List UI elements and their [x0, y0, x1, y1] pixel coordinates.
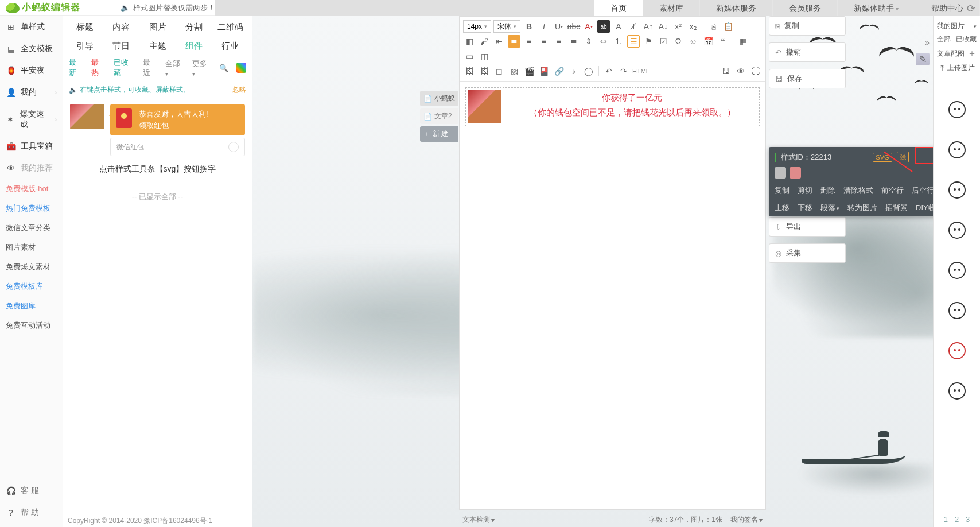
leftnav-item[interactable]: 🧰工具宝箱 [0, 135, 63, 157]
ctx-action[interactable]: 转为图片 [847, 203, 877, 213]
component-icon[interactable]: ◫ [478, 50, 491, 63]
underline-icon[interactable]: U▾ [553, 20, 565, 33]
leftnav-link[interactable]: 微信文章分类 [0, 218, 63, 238]
plus-icon[interactable]: ＋ [967, 48, 977, 60]
attachment-icon[interactable]: ◯ [582, 65, 595, 78]
list-ol-icon[interactable]: 1. [612, 35, 625, 48]
emoji-face-2[interactable] [948, 141, 966, 158]
leftnav-link[interactable]: 热门免费模板 [0, 199, 63, 218]
refresh-icon[interactable]: ⟳ [967, 2, 975, 15]
side-undo[interactable]: ↶撤销 [769, 42, 846, 62]
swatch-grey[interactable] [775, 167, 786, 179]
ctx-action[interactable]: 插背景 [885, 203, 908, 213]
leftnav-item[interactable]: 👤我的› [0, 82, 63, 103]
leftnav-link[interactable]: 免费互动活动 [0, 316, 63, 335]
align-left-icon[interactable]: ≡ [523, 35, 535, 48]
selected-style-block[interactable]: 你获得了一亿元 （你的钱包空间已不足，请把钱花光以后再来领取。） [465, 87, 760, 126]
format-brush-icon[interactable]: 🖌 [478, 35, 491, 48]
clear-format-icon[interactable]: T̸ [627, 20, 640, 33]
filter-item[interactable]: 更多 ▾ [192, 59, 211, 78]
ctx-action[interactable]: 下移 [798, 203, 812, 213]
leftnav-item[interactable]: ⊞单样式 [0, 16, 63, 38]
emoji-face-1[interactable] [948, 101, 966, 118]
image-icon[interactable]: 🖼 [463, 65, 476, 78]
align-right-icon[interactable]: ≡ [553, 35, 565, 48]
category-tab[interactable]: 二维码 [213, 22, 247, 33]
page-3[interactable]: 3 [966, 515, 970, 524]
leftnav-link[interactable]: 免费模板库 [0, 277, 63, 296]
link-icon[interactable]: 🔗 [553, 65, 565, 78]
rail-tab-fav[interactable]: 已收藏 [956, 34, 977, 44]
table-icon[interactable]: ▦ [737, 35, 749, 48]
undo-icon[interactable]: ↶ [602, 65, 615, 78]
leftnav-link[interactable]: 免费爆文素材 [0, 257, 63, 277]
filter-item[interactable]: 全部 ▾ [165, 59, 184, 78]
task-icon[interactable]: ☑ [657, 35, 670, 48]
ctx-action[interactable]: 段落▾ [820, 203, 839, 213]
side-export[interactable]: ⇩导出 [769, 217, 846, 237]
app-logo[interactable]: 小蚂蚁编辑器 [0, 2, 86, 14]
save-icon[interactable]: 🖫 [720, 65, 732, 78]
search-icon[interactable]: 🔍 [219, 64, 228, 72]
tip-ignore[interactable]: 忽略 [232, 85, 246, 95]
leftnav-item[interactable]: 👁我的推荐 [0, 157, 63, 179]
ctx-action[interactable]: 剪切 [798, 185, 812, 196]
leftnav-item[interactable]: 🏮平安夜 [0, 60, 63, 82]
page-1[interactable]: 1 [944, 515, 948, 524]
leftnav-item[interactable]: ▤全文模板 [0, 38, 63, 60]
emoji-icon[interactable]: ☺ [687, 35, 699, 48]
video-icon[interactable]: 🎬 [523, 65, 535, 78]
side-save[interactable]: 🖫保存 [769, 69, 846, 88]
redo-icon[interactable]: ↷ [617, 65, 630, 78]
page-2[interactable]: 2 [955, 515, 959, 524]
strike-icon[interactable]: abc [567, 20, 580, 33]
indent-inc-icon[interactable]: ≣ [508, 35, 520, 48]
ctx-action[interactable]: 复制 [775, 185, 790, 196]
rail-title[interactable]: 我的图片 [937, 21, 965, 31]
category-tab[interactable]: 组件 [177, 41, 211, 52]
ctx-action[interactable]: 清除格式 [843, 185, 873, 196]
doc-tab-1[interactable]: 📄 小蚂蚁 [420, 91, 458, 106]
rail-tab-article[interactable]: 文章配图 [937, 49, 965, 59]
sample-style[interactable]: 恭喜发财，大吉大利! 领取红包 微信红包 点击样式工具条【svg】按钮换字 [70, 104, 245, 175]
doc-text[interactable]: 你获得了一亿元 （你的钱包空间已不足，请把钱花光以后再来领取。） [507, 90, 757, 123]
list-ul-icon[interactable]: ☰ [627, 35, 640, 48]
audio-icon[interactable]: ♪ [567, 65, 580, 78]
nav-member[interactable]: 会员服务 [773, 0, 838, 16]
font-family-select[interactable]: 宋体▾ [493, 20, 520, 33]
emoji-face-6[interactable] [948, 302, 966, 319]
font-size-select[interactable]: 14px▾ [463, 20, 491, 33]
leftnav-foot-item[interactable]: 🎧客 服 [0, 480, 63, 502]
multi-image-icon[interactable]: 🖼 [478, 65, 491, 78]
emoji-face-4[interactable] [948, 222, 966, 239]
special-char-icon[interactable]: Ω [672, 35, 685, 48]
leftnav-link[interactable]: 免费模版-hot [0, 179, 63, 199]
bold-icon[interactable]: B [523, 20, 535, 33]
html-source-button[interactable]: HTML [632, 65, 650, 78]
align-center-icon[interactable]: ≡ [538, 35, 550, 48]
category-tab[interactable]: 内容 [104, 22, 138, 33]
category-tab[interactable]: 分割 [177, 22, 211, 33]
font-color-icon[interactable]: A▾ [582, 20, 595, 33]
magic-wand-icon[interactable]: ✎ [916, 53, 930, 65]
swatch-pink[interactable] [790, 167, 801, 179]
font-size-dec-icon[interactable]: A↓ [657, 20, 670, 33]
filter-item[interactable]: 最新 [69, 57, 83, 78]
editor-document[interactable]: 你获得了一亿元 （你的钱包空间已不足，请把钱花光以后再来领取。） [460, 82, 765, 509]
letter-spacing-icon[interactable]: ⇔ [597, 35, 610, 48]
date-icon[interactable]: 📅 [702, 35, 714, 48]
subscript-icon[interactable]: x₂ [687, 20, 699, 33]
signature-dropdown[interactable]: 我的签名 ▾ [730, 515, 763, 525]
background-icon[interactable]: ▨ [508, 65, 520, 78]
ctx-action[interactable]: 删除 [820, 185, 835, 196]
rail-tab-all[interactable]: 全部 [937, 34, 951, 44]
line-height-icon[interactable]: ⇕ [582, 35, 595, 48]
category-tab[interactable]: 节日 [104, 41, 138, 52]
category-tab[interactable]: 引导 [68, 41, 102, 52]
doc-tab-2[interactable]: 📄 文章2 [420, 108, 458, 124]
filter-item[interactable]: 最热 [91, 57, 106, 78]
highlight-icon[interactable]: ab [597, 20, 610, 33]
emoji-face-5[interactable] [948, 262, 966, 279]
align-justify-icon[interactable]: ≣ [567, 35, 580, 48]
quote-icon[interactable]: ❝ [717, 35, 729, 48]
